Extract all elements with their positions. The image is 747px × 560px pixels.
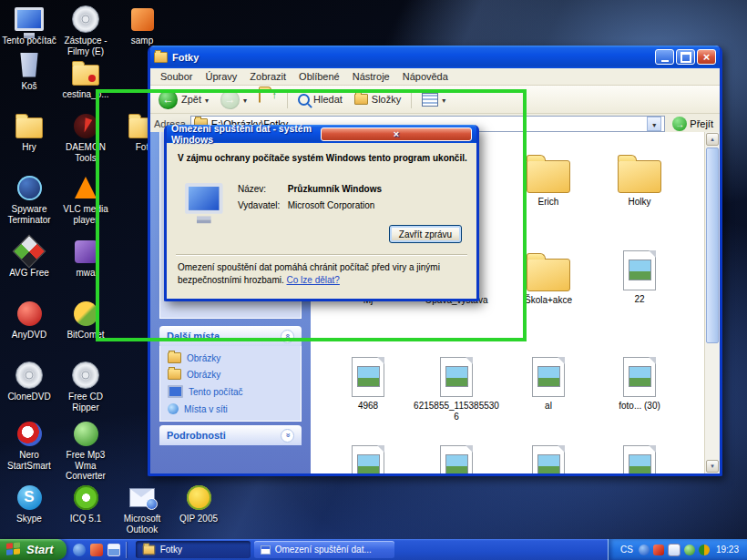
- sidebar-link-tento-pocitac[interactable]: Tento počítač: [168, 385, 293, 398]
- file-item[interactable]: foto... (30): [596, 355, 683, 412]
- desktop-icon-cestina[interactable]: cestina_o...: [57, 58, 114, 100]
- desktop-icon-anydvd[interactable]: AnyDVD: [1, 299, 57, 341]
- desktop-icon-zastupce-filmy[interactable]: Zástupce - Filmy (E): [57, 5, 114, 56]
- toolbar-separator: [287, 90, 288, 108]
- desktop-icon-clonedvd[interactable]: CloneDVD: [1, 361, 57, 402]
- file-item[interactable]: Holky: [596, 152, 683, 208]
- desktop-icon-avg-free[interactable]: AVG Free: [1, 237, 57, 279]
- scroll-up-button[interactable]: [706, 133, 719, 146]
- file-item[interactable]: 6215855_1153855306: [413, 355, 500, 422]
- desktop-icon-hry[interactable]: Hry: [1, 111, 57, 153]
- file-item[interactable]: [324, 443, 412, 473]
- start-button[interactable]: Start: [0, 539, 67, 560]
- sidebar-link-obrazky-1[interactable]: Obrázky: [168, 352, 293, 363]
- close-button[interactable]: [697, 49, 716, 65]
- address-dropdown-button[interactable]: [647, 117, 661, 131]
- sidebar-link-label: Obrázky: [187, 370, 220, 380]
- taskbar-task-fotky[interactable]: Fotky: [136, 541, 251, 558]
- tray-icon[interactable]: [699, 545, 710, 555]
- close-message-button[interactable]: Zavřít zprávu: [389, 225, 462, 243]
- tray-icon[interactable]: [639, 545, 650, 555]
- file-item[interactable]: [505, 443, 592, 473]
- recycle-bin-icon: [15, 50, 44, 79]
- file-item[interactable]: [596, 443, 683, 473]
- scroll-down-button[interactable]: [706, 460, 719, 473]
- clock[interactable]: 19:23: [716, 545, 739, 555]
- bitcomet-icon: [71, 299, 100, 328]
- back-dropdown-icon: [205, 94, 209, 105]
- sidebar-link-obrazky-2[interactable]: Obrázky: [168, 369, 293, 380]
- go-button[interactable]: Přejít: [670, 117, 716, 131]
- desktop-icon-nero-startsmart[interactable]: Nero StartSmart: [1, 419, 57, 471]
- chevron-up-icon: [281, 330, 294, 343]
- desktop-icon-daemon-tools[interactable]: DAEMON Tools: [57, 111, 114, 163]
- menu-item-nastroje[interactable]: Nástroje: [346, 70, 396, 83]
- window-titlebar[interactable]: Fotky: [150, 46, 720, 68]
- desktop-icon-spyware-terminator[interactable]: Spyware Terminator: [1, 173, 57, 225]
- views-button[interactable]: [418, 91, 449, 108]
- file-name: al: [505, 401, 592, 412]
- sidebar-link-label: Místa v síti: [184, 404, 228, 414]
- minimize-button[interactable]: [655, 49, 674, 65]
- desktop-icon-label: DAEMON Tools: [57, 142, 114, 163]
- search-button[interactable]: Hledat: [294, 92, 346, 107]
- go-label: Přejít: [690, 118, 713, 129]
- quick-launch-media-icon[interactable]: [90, 544, 103, 556]
- folder-icon: [527, 160, 570, 193]
- scrollbar-thumb[interactable]: [706, 148, 719, 343]
- panel-other-places-body: Obrázky Obrázky Tento počítač Místa v sí…: [159, 346, 302, 422]
- tray-icon[interactable]: [684, 545, 695, 555]
- folders-button[interactable]: Složky: [351, 92, 404, 107]
- what-to-do-link[interactable]: Co lze dělat?: [287, 275, 340, 285]
- maximize-button[interactable]: [676, 49, 695, 65]
- quick-launch-browser-icon[interactable]: [73, 544, 86, 556]
- desktop-icon-vlc[interactable]: VLC media player: [57, 173, 114, 225]
- menu-item-zobrazit[interactable]: Zobrazit: [243, 70, 292, 83]
- desktop-icon-samp[interactable]: samp: [114, 5, 170, 46]
- disc-icon: [71, 361, 100, 390]
- desktop-icon-tento-pocitac[interactable]: Tento počítač: [1, 5, 57, 46]
- desktop-icon-free-cd-ripper[interactable]: Free CD Ripper: [57, 361, 114, 412]
- dialog-window-icon: [261, 545, 271, 555]
- file-item[interactable]: [413, 443, 500, 473]
- sidebar-link-mista-v-siti[interactable]: Místa v síti: [168, 403, 293, 414]
- file-item[interactable]: al: [505, 355, 592, 412]
- desktop-icon-qip-2005[interactable]: QIP 2005: [170, 483, 227, 524]
- desktop-icon-microsoft-outlook[interactable]: Microsoft Outlook: [114, 483, 170, 535]
- back-button[interactable]: Zpět: [155, 88, 212, 111]
- forward-button[interactable]: [217, 88, 251, 111]
- tray-icon[interactable]: [668, 544, 680, 556]
- vertical-scrollbar[interactable]: [704, 132, 720, 473]
- desktop-icon-label: ICQ 5.1: [57, 514, 114, 524]
- file-item[interactable]: 4968: [324, 355, 412, 412]
- menu-item-napoveda[interactable]: Nápověda: [396, 70, 455, 83]
- dialog-close-button[interactable]: [321, 127, 472, 141]
- desktop-icon-kos[interactable]: Koš: [1, 50, 57, 92]
- file-item[interactable]: Škola+akce: [505, 250, 592, 306]
- up-button[interactable]: [255, 89, 281, 109]
- dialog-titlebar[interactable]: Omezení spuštění dat - systém Windows: [167, 125, 476, 143]
- app-icon: [128, 5, 157, 34]
- language-indicator[interactable]: CS: [619, 545, 635, 555]
- network-globe-icon: [168, 403, 179, 414]
- desktop-icon-mwa[interactable]: mwa: [57, 237, 114, 279]
- quick-launch-show-desktop-icon[interactable]: [107, 544, 120, 556]
- taskbar-task-dialog[interactable]: Omezení spuštění dat...: [254, 541, 394, 558]
- menu-item-upravy[interactable]: Úpravy: [199, 70, 243, 83]
- back-icon: [159, 90, 178, 109]
- file-item[interactable]: Erich: [505, 152, 592, 208]
- desktop-icon-skype[interactable]: Skype: [1, 483, 57, 524]
- desktop-icon-bitcomet[interactable]: BitComet: [57, 299, 114, 341]
- menu-item-soubor[interactable]: Soubor: [154, 70, 199, 83]
- panel-other-places-header[interactable]: Další místa: [159, 326, 302, 346]
- sidebar-link-label: Tento počítač: [189, 387, 242, 397]
- desktop-icon-free-mp3-wma-converter[interactable]: Free Mp3 Wma Converter: [57, 419, 114, 482]
- menu-item-oblibene[interactable]: Oblíbené: [292, 70, 346, 83]
- tray-icon[interactable]: [653, 545, 664, 555]
- panel-details-header[interactable]: Podrobnosti: [159, 425, 302, 445]
- image-file-icon: [623, 250, 656, 290]
- desktop-icon-icq[interactable]: ICQ 5.1: [57, 483, 114, 524]
- file-item[interactable]: 22: [596, 249, 683, 305]
- shield-icon: [15, 173, 44, 202]
- computer-monitor-icon: [185, 183, 223, 214]
